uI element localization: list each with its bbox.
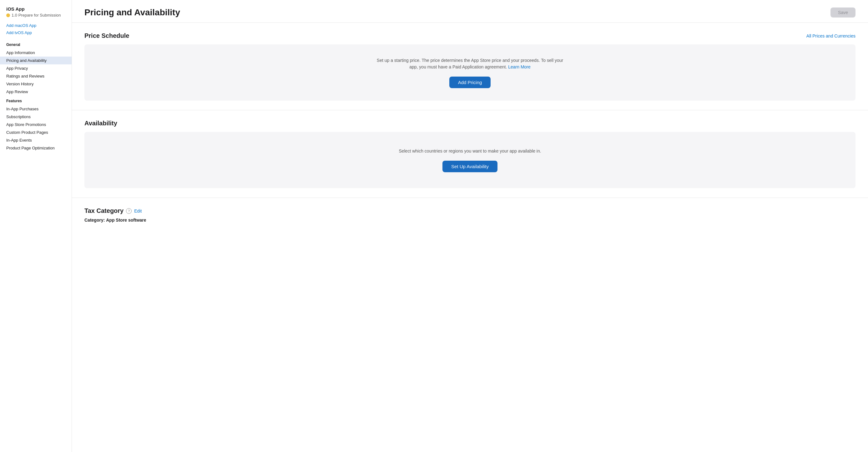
sidebar: iOS App 1.0 Prepare for Submission Add m…: [0, 0, 72, 452]
sidebar-item-app-review[interactable]: App Review: [0, 88, 72, 96]
add-tvos-link[interactable]: Add tvOS App: [6, 30, 65, 36]
sidebar-item-product-page-optimization[interactable]: Product Page Optimization: [0, 144, 72, 152]
price-schedule-header: Price Schedule All Prices and Currencies: [85, 32, 856, 39]
sidebar-item-subscriptions[interactable]: Subscriptions: [0, 113, 72, 121]
tax-category-label: Category:: [85, 218, 105, 223]
tax-category-row: Category: App Store software: [85, 218, 856, 223]
app-title: iOS App: [0, 6, 72, 13]
sidebar-item-in-app-purchases[interactable]: In-App Purchases: [0, 105, 72, 113]
sidebar-item-custom-product-pages[interactable]: Custom Product Pages: [0, 128, 72, 136]
tax-category-value: App Store software: [106, 218, 146, 223]
tax-category-title: Tax Category: [85, 207, 124, 215]
tax-category-header: Tax Category ? Edit: [85, 207, 856, 215]
price-schedule-title: Price Schedule: [85, 32, 129, 39]
section-label-features: Features: [0, 96, 72, 105]
availability-content: Select which countries or regions you wa…: [85, 132, 856, 188]
version-dot-icon: [6, 13, 10, 17]
tax-category-section: Tax Category ? Edit Category: App Store …: [72, 198, 868, 232]
tax-question-icon[interactable]: ?: [126, 208, 132, 214]
main-header: Pricing and Availability Save: [72, 0, 868, 23]
price-schedule-section: Price Schedule All Prices and Currencies…: [72, 23, 868, 110]
page-title: Pricing and Availability: [85, 7, 180, 18]
add-macos-link[interactable]: Add macOS App: [6, 23, 65, 28]
sidebar-item-app-store-promotions[interactable]: App Store Promotions: [0, 121, 72, 128]
app-version: 1.0 Prepare for Submission: [0, 13, 72, 23]
section-label-general: General: [0, 39, 72, 49]
main-content: Pricing and Availability Save Price Sche…: [72, 0, 868, 452]
sidebar-item-ratings-and-reviews[interactable]: Ratings and Reviews: [0, 72, 72, 80]
add-pricing-button[interactable]: Add Pricing: [449, 76, 491, 88]
sidebar-item-in-app-events[interactable]: In-App Events: [0, 136, 72, 144]
price-schedule-description: Set up a starting price. The price deter…: [376, 57, 564, 70]
availability-description: Select which countries or regions you wa…: [399, 148, 541, 154]
price-schedule-content: Set up a starting price. The price deter…: [85, 44, 856, 101]
sidebar-item-app-privacy[interactable]: App Privacy: [0, 64, 72, 72]
availability-title: Availability: [85, 120, 117, 127]
availability-header: Availability: [85, 120, 856, 127]
save-button[interactable]: Save: [831, 7, 856, 18]
sidebar-item-version-history[interactable]: Version History: [0, 80, 72, 88]
learn-more-link[interactable]: Learn More: [508, 64, 531, 69]
sidebar-quick-links: Add macOS App Add tvOS App: [0, 23, 72, 39]
set-up-availability-button[interactable]: Set Up Availability: [442, 161, 497, 172]
tax-edit-link[interactable]: Edit: [134, 208, 142, 214]
availability-section: Availability Select which countries or r…: [72, 110, 868, 198]
sidebar-item-app-information[interactable]: App Information: [0, 49, 72, 57]
all-prices-link[interactable]: All Prices and Currencies: [806, 33, 856, 38]
sidebar-item-pricing-and-availability[interactable]: Pricing and Availability: [0, 57, 72, 64]
